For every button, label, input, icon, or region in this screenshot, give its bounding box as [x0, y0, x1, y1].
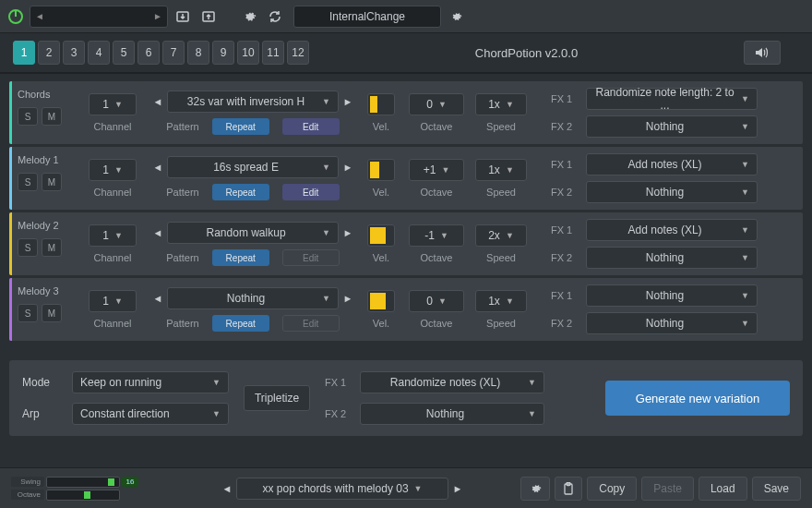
- channel-select[interactable]: 1▼: [89, 290, 137, 312]
- mute-button[interactable]: M: [42, 173, 62, 191]
- pattern-prev[interactable]: ◄: [150, 156, 165, 178]
- slot-tab-7[interactable]: 7: [162, 41, 185, 65]
- fx1-select[interactable]: Nothing▼: [586, 284, 758, 307]
- fx1-select[interactable]: Add notes (XL)▼: [586, 153, 758, 175]
- solo-button[interactable]: S: [18, 304, 38, 322]
- pattern-select[interactable]: Nothing▼: [167, 287, 339, 309]
- velocity-control[interactable]: [367, 159, 395, 181]
- preset-name-display[interactable]: InternalChange: [293, 6, 441, 28]
- octave-select[interactable]: 0▼: [409, 93, 464, 115]
- power-button[interactable]: [6, 6, 26, 27]
- slot-tab-6[interactable]: 6: [137, 41, 160, 65]
- octave-select[interactable]: -1▼: [409, 224, 464, 247]
- solo-button[interactable]: S: [18, 238, 38, 257]
- pattern-label: Pattern: [166, 121, 198, 132]
- speed-label: Speed: [486, 318, 516, 329]
- paste-button[interactable]: Paste: [641, 477, 694, 501]
- tripletize-button[interactable]: Tripletize: [244, 385, 310, 411]
- pattern-select[interactable]: 32s var with inversion H▼: [167, 91, 339, 113]
- repeat-button[interactable]: Repeat: [212, 315, 269, 332]
- swing-slider[interactable]: [46, 477, 120, 488]
- slot-tab-10[interactable]: 10: [237, 41, 259, 65]
- copy-button[interactable]: Copy: [587, 477, 637, 501]
- history-prev[interactable]: ◄: [30, 11, 49, 21]
- fx2-select[interactable]: Nothing▼: [586, 312, 758, 334]
- mute-button[interactable]: M: [42, 107, 62, 126]
- mode-select[interactable]: Keep on running▼: [72, 371, 229, 393]
- pattern-next[interactable]: ►: [340, 91, 355, 113]
- repeat-button[interactable]: Repeat: [212, 118, 269, 135]
- velocity-control[interactable]: [367, 93, 395, 115]
- export-icon[interactable]: [197, 6, 220, 28]
- octave-slider[interactable]: [46, 490, 120, 501]
- slot-tab-3[interactable]: 3: [63, 41, 85, 65]
- chevron-down-icon: ▼: [741, 122, 749, 131]
- arp-select[interactable]: Constant direction▼: [72, 403, 229, 425]
- edit-button[interactable]: Edit: [282, 118, 340, 135]
- pattern-select[interactable]: Random walkup▼: [167, 222, 339, 244]
- edit-button[interactable]: Edit: [282, 184, 340, 200]
- preset-select[interactable]: xx pop chords with melody 03▼: [236, 478, 448, 500]
- preset-prev[interactable]: ◄: [220, 478, 234, 500]
- pattern-next[interactable]: ►: [340, 287, 355, 309]
- pattern-prev[interactable]: ◄: [150, 287, 165, 309]
- channel-select[interactable]: 1▼: [89, 159, 137, 181]
- speed-select[interactable]: 1x▼: [475, 290, 527, 312]
- mute-button[interactable]: M: [42, 238, 62, 257]
- slot-tab-2[interactable]: 2: [38, 41, 60, 65]
- octave-select[interactable]: 0▼: [409, 290, 464, 312]
- solo-button[interactable]: S: [18, 107, 38, 126]
- velocity-control[interactable]: [367, 224, 395, 247]
- repeat-button[interactable]: Repeat: [212, 184, 269, 200]
- track-name: Melody 2: [18, 220, 73, 231]
- global-fx1-select[interactable]: Randomize notes (XL)▼: [360, 371, 544, 393]
- pattern-prev[interactable]: ◄: [150, 222, 165, 244]
- generate-button[interactable]: Generate new variation: [605, 381, 790, 416]
- speed-select[interactable]: 1x▼: [475, 159, 527, 181]
- chevron-down-icon: ▼: [438, 296, 447, 306]
- fx2-select[interactable]: Nothing▼: [586, 115, 758, 138]
- edit-button[interactable]: Edit: [282, 249, 340, 266]
- octave-select[interactable]: +1▼: [409, 159, 464, 181]
- fx2-select[interactable]: Nothing▼: [586, 181, 758, 203]
- global-fx2-label: FX 2: [325, 408, 352, 419]
- slot-tab-4[interactable]: 4: [88, 41, 110, 65]
- preset-next[interactable]: ►: [450, 478, 465, 500]
- fx2-select[interactable]: Nothing▼: [586, 247, 758, 269]
- repeat-button[interactable]: Repeat: [212, 249, 269, 266]
- preset-gear-icon[interactable]: [445, 6, 467, 28]
- mute-button[interactable]: M: [42, 304, 62, 322]
- fx1-select[interactable]: Randomize note length: 2 to ...▼: [586, 88, 758, 110]
- import-icon[interactable]: [172, 6, 194, 28]
- load-button[interactable]: Load: [699, 477, 747, 501]
- slot-tab-1[interactable]: 1: [13, 41, 35, 65]
- speed-select[interactable]: 1x▼: [475, 93, 527, 115]
- fx1-select[interactable]: Add notes (XL)▼: [586, 219, 758, 241]
- edit-button[interactable]: Edit: [282, 315, 340, 332]
- slot-tab-5[interactable]: 5: [113, 41, 135, 65]
- chevron-down-icon: ▼: [741, 291, 749, 300]
- fx2-label: FX 2: [551, 252, 579, 263]
- solo-button[interactable]: S: [18, 173, 38, 191]
- channel-select[interactable]: 1▼: [89, 224, 137, 247]
- global-fx2-select[interactable]: Nothing▼: [360, 403, 544, 425]
- pattern-next[interactable]: ►: [340, 156, 355, 178]
- slot-tab-8[interactable]: 8: [187, 41, 209, 65]
- speed-select[interactable]: 2x▼: [475, 224, 527, 247]
- pattern-next[interactable]: ►: [340, 222, 355, 244]
- gear-icon[interactable]: [238, 6, 260, 28]
- clipboard-button[interactable]: [555, 477, 582, 501]
- master-volume-button[interactable]: [744, 41, 781, 65]
- channel-select[interactable]: 1▼: [89, 93, 137, 115]
- slot-tab-11[interactable]: 11: [262, 41, 284, 65]
- pattern-select[interactable]: 16s spread E▼: [167, 156, 339, 178]
- pattern-prev[interactable]: ◄: [150, 91, 165, 113]
- history-next[interactable]: ►: [149, 11, 167, 21]
- octave-label: Octave: [421, 121, 453, 132]
- save-button[interactable]: Save: [752, 477, 801, 501]
- footer-gear-button[interactable]: [520, 477, 550, 501]
- slot-tab-9[interactable]: 9: [212, 41, 234, 65]
- refresh-icon[interactable]: [264, 6, 286, 28]
- velocity-control[interactable]: [367, 290, 395, 312]
- slot-tab-12[interactable]: 12: [287, 41, 309, 65]
